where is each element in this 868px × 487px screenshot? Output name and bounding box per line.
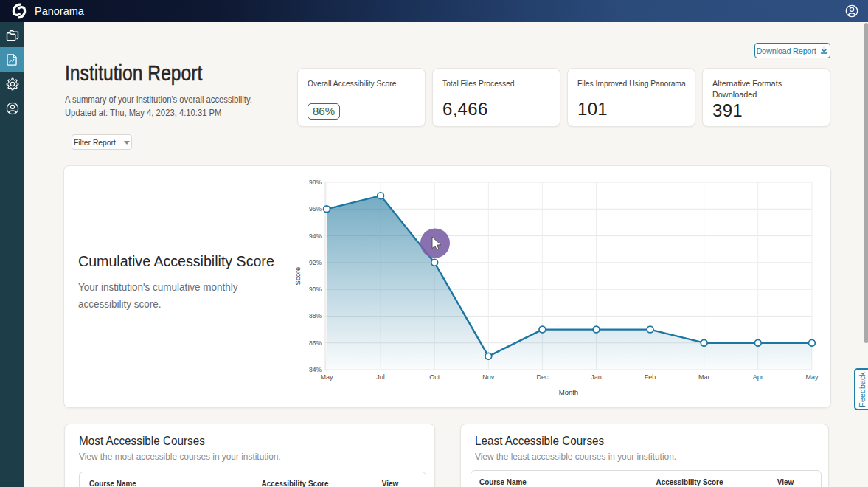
card-subtitle: View the least accessible courses in you… <box>475 452 676 462</box>
card-title: Least Accessible Courses <box>475 434 604 449</box>
card-title: Most Accessible Courses <box>79 434 205 449</box>
mouse-pointer-highlight <box>420 229 450 258</box>
courses-table: Course Name Accessibility Score View <box>79 472 426 487</box>
column-header-view: View <box>777 477 794 486</box>
stat-label: Alternative Formats Downloaded <box>712 78 793 100</box>
svg-text:May: May <box>805 373 819 381</box>
svg-text:Dec: Dec <box>536 373 549 381</box>
main-content: Download Report Institution Report A sum… <box>24 22 868 487</box>
svg-text:Apr: Apr <box>753 373 763 381</box>
download-report-label: Download Report <box>756 46 816 55</box>
brand-title: Panorama <box>35 5 84 17</box>
folders-icon <box>5 28 20 43</box>
least-accessible-courses-card: Least Accessible Courses View the least … <box>460 424 829 487</box>
feedback-label: Feedback <box>858 372 867 407</box>
page-subtitle: A summary of your institution's overall … <box>65 94 273 120</box>
score-badge: 86% <box>308 103 340 120</box>
page-title: Institution Report <box>65 61 202 86</box>
svg-text:88%: 88% <box>309 312 322 320</box>
svg-text:96%: 96% <box>309 205 322 213</box>
svg-text:Feb: Feb <box>645 373 656 381</box>
stat-value: 6,466 <box>442 99 550 120</box>
stat-label: Files Improved Using Panorama <box>577 78 671 89</box>
stat-card-alt-formats: Alternative Formats Downloaded 391 <box>702 68 830 127</box>
feedback-button[interactable]: Feedback <box>854 368 868 410</box>
filter-report-label: Filter Report <box>74 138 116 147</box>
gear-icon <box>5 77 20 91</box>
stat-value: 391 <box>712 100 820 121</box>
svg-text:Mar: Mar <box>698 373 710 381</box>
person-circle-icon <box>5 101 20 116</box>
stat-value: 101 <box>577 99 685 120</box>
stat-label: Total Files Processed <box>442 78 536 89</box>
svg-text:Month: Month <box>559 388 578 396</box>
updated-at: Updated at: Thu, May 4, 2023, 4:10:31 PM <box>65 107 252 120</box>
svg-text:94%: 94% <box>309 232 322 240</box>
sidebar-item-account[interactable] <box>0 96 24 120</box>
sidebar-nav <box>0 22 24 487</box>
stat-card-overall-score: Overall Accessibility Score 86% <box>297 68 426 127</box>
svg-text:98%: 98% <box>309 179 322 186</box>
svg-text:Nov: Nov <box>482 373 495 381</box>
filter-report-button[interactable]: Filter Report <box>72 134 132 150</box>
chart-title: Cumulative Accessibility Score <box>78 253 274 270</box>
stat-card-total-files: Total Files Processed 6,466 <box>432 68 560 127</box>
svg-text:Oct: Oct <box>429 373 440 381</box>
user-account-icon[interactable] <box>844 4 859 18</box>
column-header-course-name: Course Name <box>479 477 527 486</box>
scrollbar-thumb[interactable] <box>864 23 868 343</box>
page-subtitle-line: A summary of your institution's overall … <box>65 94 252 107</box>
column-header-view: View <box>382 479 398 487</box>
most-accessible-courses-card: Most Accessible Courses View the most ac… <box>64 424 435 487</box>
svg-text:May: May <box>320 373 333 381</box>
column-header-accessibility-score: Accessibility Score <box>262 479 329 487</box>
document-chart-icon <box>5 52 19 66</box>
card-subtitle: View the most accessible courses in your… <box>79 452 281 462</box>
panorama-logo-icon <box>10 2 28 20</box>
svg-text:84%: 84% <box>309 366 322 373</box>
svg-text:92%: 92% <box>309 259 322 266</box>
svg-text:86%: 86% <box>309 339 322 347</box>
svg-text:Score: Score <box>294 267 302 286</box>
chart-subtitle: Your institution's cumulative monthly ac… <box>78 279 277 313</box>
sidebar-item-settings[interactable] <box>0 72 24 96</box>
download-report-button[interactable]: Download Report <box>754 43 830 58</box>
accessibility-line-chart: 98%96%94%92%90%88%86%84%MayJulOctNovDecJ… <box>287 175 831 404</box>
svg-text:Jan: Jan <box>591 373 602 381</box>
svg-text:Jul: Jul <box>376 373 385 381</box>
sidebar-item-reports[interactable] <box>0 47 24 72</box>
sidebar-item-courses[interactable] <box>0 23 24 47</box>
stat-card-files-improved: Files Improved Using Panorama 101 <box>567 68 695 127</box>
top-navbar: Panorama <box>0 0 868 22</box>
chevron-down-icon <box>124 141 130 145</box>
stat-label: Overall Accessibility Score <box>308 78 401 89</box>
column-header-accessibility-score: Accessibility Score <box>656 477 723 486</box>
chart-card: Cumulative Accessibility Score Your inst… <box>63 165 831 408</box>
download-icon <box>819 46 829 55</box>
column-header-course-name: Course Name <box>89 479 136 487</box>
svg-text:90%: 90% <box>309 286 322 293</box>
courses-table: Course Name Accessibility Score View <box>471 470 822 487</box>
